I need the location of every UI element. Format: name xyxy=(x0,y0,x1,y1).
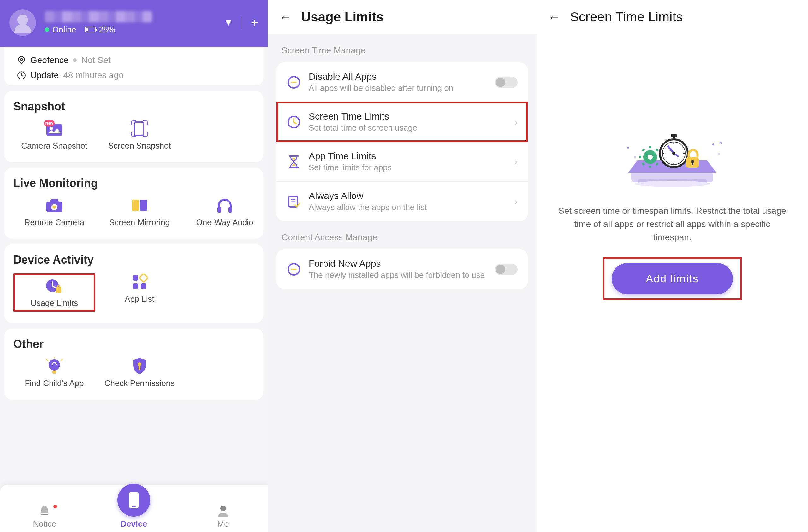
snapshot-card: Snapshot New Camera Snapshot Screen Snap… xyxy=(4,91,263,162)
svg-rect-11 xyxy=(140,200,147,211)
screen-mirroring-icon xyxy=(128,197,150,214)
svg-text:New: New xyxy=(45,121,53,126)
icon-label: Screen Snapshot xyxy=(108,141,171,151)
page-title: Usage Limits xyxy=(301,10,384,24)
toggle-off-icon[interactable] xyxy=(495,77,518,88)
screen-snapshot-icon xyxy=(128,120,150,137)
svg-point-49 xyxy=(672,152,676,155)
topbar: ← Usage Limits xyxy=(268,0,536,34)
find-childs-app-item[interactable]: Find Child's App xyxy=(13,358,95,388)
battery-icon xyxy=(85,27,96,33)
bell-icon xyxy=(38,504,52,518)
setting-sub: The newly installed apps will be forbidd… xyxy=(309,270,487,280)
svg-rect-34 xyxy=(291,269,297,270)
online-dot-icon xyxy=(45,27,49,32)
update-label: Update xyxy=(30,70,59,80)
dashboard-panel: Online 25% ▼ + Geofence Not Set Update 4… xyxy=(0,0,268,532)
setting-title: Forbid New Apps xyxy=(309,258,487,269)
usage-limits-panel: ← Usage Limits Screen Time Manage Disabl… xyxy=(268,0,536,532)
section-label: Screen Time Manage xyxy=(268,34,536,62)
card-title: Live Monitoring xyxy=(13,176,254,190)
icon-label: App List xyxy=(125,294,154,304)
notification-dot-icon xyxy=(53,505,57,508)
online-label: Online xyxy=(52,25,76,35)
person-icon xyxy=(216,504,230,518)
chevron-down-icon[interactable]: ▼ xyxy=(224,18,233,28)
svg-point-40 xyxy=(635,156,636,158)
geofence-label: Geofence xyxy=(30,55,69,65)
divider xyxy=(242,17,242,28)
headphones-icon xyxy=(214,197,236,214)
clock-lock-illustration-icon xyxy=(619,129,726,192)
setting-title: Screen Time Limits xyxy=(309,111,507,122)
chevron-right-icon: › xyxy=(514,156,518,167)
profile-header: Online 25% ▼ + xyxy=(0,0,268,47)
one-way-audio-item[interactable]: One-Way Audio xyxy=(184,197,266,227)
screen-snapshot-item[interactable]: Screen Snapshot xyxy=(98,120,181,151)
back-arrow-icon[interactable]: ← xyxy=(279,10,292,24)
svg-rect-18 xyxy=(132,283,138,289)
screen-mirroring-item[interactable]: Screen Mirroring xyxy=(98,197,181,227)
svg-rect-52 xyxy=(692,162,694,165)
setting-sub: Set time limits for apps xyxy=(309,163,507,172)
profile-name-blurred xyxy=(45,11,152,22)
plus-icon[interactable]: + xyxy=(251,16,258,30)
update-row: Update 48 minutes ago xyxy=(17,68,251,83)
disable-all-apps-row[interactable]: Disable All Apps All apps will be disabl… xyxy=(276,62,528,102)
clock-icon xyxy=(287,115,301,129)
card-title: Device Activity xyxy=(13,253,254,266)
icon-label: Find Child's App xyxy=(25,378,84,388)
svg-point-21 xyxy=(49,359,60,370)
svg-point-37 xyxy=(635,181,710,187)
back-arrow-icon[interactable]: ← xyxy=(548,10,561,24)
device-activity-card: Device Activity Usage Limits App List xyxy=(4,244,263,323)
card-title: Snapshot xyxy=(13,100,254,113)
svg-rect-19 xyxy=(141,283,146,289)
remote-camera-item[interactable]: Remote Camera xyxy=(13,197,95,227)
nav-me[interactable]: Me xyxy=(178,504,268,529)
geofence-row[interactable]: Geofence Not Set xyxy=(17,53,251,68)
setting-sub: Always allow the apps on the list xyxy=(309,203,507,212)
svg-rect-17 xyxy=(132,275,138,281)
usage-limits-item[interactable]: Usage Limits xyxy=(13,273,95,311)
svg-point-42 xyxy=(718,153,720,154)
icon-label: Check Permissions xyxy=(105,378,175,388)
setting-sub: All apps will be disabled after turning … xyxy=(309,83,487,93)
app-list-item[interactable]: App List xyxy=(98,273,181,311)
svg-point-44 xyxy=(648,154,653,159)
svg-rect-24 xyxy=(139,365,141,370)
other-card: Other Find Child's App Check Permissions xyxy=(4,328,263,400)
svg-rect-30 xyxy=(291,82,297,83)
app-time-limits-row[interactable]: App Time Limits Set time limits for apps… xyxy=(276,142,528,182)
check-permissions-item[interactable]: Check Permissions xyxy=(98,358,181,388)
nav-label: Device xyxy=(121,519,147,529)
nav-notice[interactable]: Notice xyxy=(0,504,89,529)
setting-title: App Time Limits xyxy=(309,151,507,162)
app-list-icon xyxy=(128,273,150,290)
camera-snapshot-item[interactable]: New Camera Snapshot xyxy=(13,120,95,151)
camera-snapshot-icon: New xyxy=(43,120,65,137)
svg-point-3 xyxy=(50,127,53,130)
forbid-clock-icon xyxy=(287,262,301,277)
svg-point-39 xyxy=(627,147,629,149)
shield-key-icon xyxy=(128,358,150,375)
icon-label: Remote Camera xyxy=(24,217,85,227)
section-label: Content Access Manage xyxy=(268,221,536,249)
screen-time-limits-row[interactable]: Screen Time Limits Set total time of scr… xyxy=(276,102,528,142)
svg-rect-6 xyxy=(134,122,144,135)
usage-limits-icon xyxy=(43,278,65,294)
page-title: Screen Time Limits xyxy=(570,10,683,24)
nav-device[interactable]: Device xyxy=(89,491,179,529)
avatar[interactable] xyxy=(10,10,36,36)
forbid-new-apps-row[interactable]: Forbid New Apps The newly installed apps… xyxy=(276,249,528,289)
device-bubble-icon xyxy=(117,484,150,516)
highlight-box xyxy=(603,257,741,300)
always-allow-row[interactable]: Always Allow Always allow the apps on th… xyxy=(276,182,528,221)
icon-label: One-Way Audio xyxy=(196,217,253,227)
icon-label: Usage Limits xyxy=(31,298,78,308)
svg-rect-20 xyxy=(139,274,148,282)
toggle-off-icon[interactable] xyxy=(495,264,518,275)
content-access-card: Forbid New Apps The newly installed apps… xyxy=(276,249,528,289)
setting-title: Always Allow xyxy=(309,190,507,201)
live-monitoring-card: Live Monitoring Remote Camera Screen Mir… xyxy=(4,168,263,239)
